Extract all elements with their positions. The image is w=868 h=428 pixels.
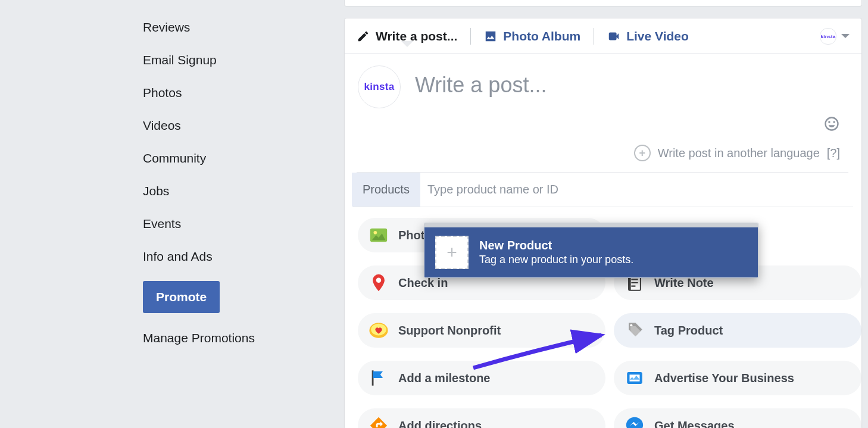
action-label: Advertise Your Business xyxy=(654,371,794,385)
tab-live-label: Live Video xyxy=(626,29,689,43)
action-advertise-business[interactable]: Advertise Your Business xyxy=(614,361,861,395)
plus-placeholder-icon: + xyxy=(435,236,469,269)
action-label: Add a milestone xyxy=(398,371,490,385)
svg-point-1 xyxy=(374,231,377,235)
tab-write-label: Write a post... xyxy=(376,29,457,43)
promote-button[interactable]: Promote xyxy=(143,281,220,313)
product-autocomplete-dropdown: + New Product Tag a new product in your … xyxy=(424,223,758,278)
dropdown-item-subtitle: Tag a new product in your posts. xyxy=(479,254,633,266)
sidebar-item-events[interactable]: Events xyxy=(143,207,321,240)
write-other-language[interactable]: Write post in another language xyxy=(658,146,820,160)
page-avatar: kinsta xyxy=(358,65,401,108)
products-field-label: Products xyxy=(352,173,420,207)
tab-write-post[interactable]: Write a post... xyxy=(357,27,457,46)
action-support-nonprofit[interactable]: Support Nonprofit xyxy=(358,313,605,348)
sidebar-item-email-signup[interactable]: Email Signup xyxy=(143,43,321,76)
action-get-messages[interactable]: Get Messages xyxy=(614,408,861,428)
picture-icon xyxy=(369,225,389,245)
previous-card-edge xyxy=(344,0,862,7)
photo-album-icon xyxy=(484,30,497,43)
action-label: Get Messages xyxy=(654,419,735,429)
products-row: Products xyxy=(352,173,861,207)
action-add-milestone[interactable]: Add a milestone xyxy=(358,361,605,395)
tab-photo-album[interactable]: Photo Album xyxy=(484,27,580,46)
tab-separator xyxy=(470,28,471,45)
directions-icon xyxy=(369,415,389,428)
action-label: Support Nonprofit xyxy=(398,324,501,338)
ad-image-icon xyxy=(625,368,645,388)
map-pin-icon xyxy=(369,273,389,293)
tab-live-video[interactable]: Live Video xyxy=(607,27,689,46)
manage-promotions-link[interactable]: Manage Promotions xyxy=(143,313,321,345)
post-text-input[interactable]: Write a post... xyxy=(415,65,848,98)
sidebar-item-community[interactable]: Community xyxy=(143,142,321,174)
sidebar-item-photos[interactable]: Photos xyxy=(143,76,321,109)
action-label: Add directions xyxy=(398,419,482,429)
sidebar-item-videos[interactable]: Videos xyxy=(143,109,321,142)
composer-tabs: Write a post... Photo Album Live Video k… xyxy=(345,18,861,54)
coin-heart-icon xyxy=(369,320,389,340)
camcorder-icon xyxy=(607,30,620,43)
sidebar-item-jobs[interactable]: Jobs xyxy=(143,174,321,207)
emoji-picker-icon[interactable] xyxy=(823,115,840,132)
tab-album-label: Photo Album xyxy=(503,29,580,43)
sidebar-item-reviews[interactable]: Reviews xyxy=(143,11,321,43)
chevron-down-icon[interactable] xyxy=(841,34,850,42)
flag-icon xyxy=(369,368,389,388)
sidebar-item-info-ads[interactable]: Info and Ads xyxy=(143,240,321,273)
pencil-icon xyxy=(357,30,370,43)
messenger-icon xyxy=(625,415,645,428)
action-tag-product[interactable]: Tag Product xyxy=(614,313,861,348)
posting-as-avatar[interactable]: kinsta xyxy=(820,28,836,45)
action-add-directions[interactable]: Add directions xyxy=(358,408,605,428)
dropdown-new-product[interactable]: + New Product Tag a new product in your … xyxy=(424,227,758,277)
action-label: Tag Product xyxy=(654,324,723,338)
products-input[interactable] xyxy=(420,173,861,207)
price-tag-icon xyxy=(625,320,645,340)
dropdown-item-title: New Product xyxy=(479,239,633,252)
tab-separator xyxy=(594,28,594,45)
help-link[interactable]: [?] xyxy=(827,146,840,160)
plus-circle-icon[interactable]: + xyxy=(634,145,651,161)
svg-point-2 xyxy=(376,278,382,283)
page-sidebar: Reviews Email Signup Photos Videos Commu… xyxy=(143,11,321,345)
